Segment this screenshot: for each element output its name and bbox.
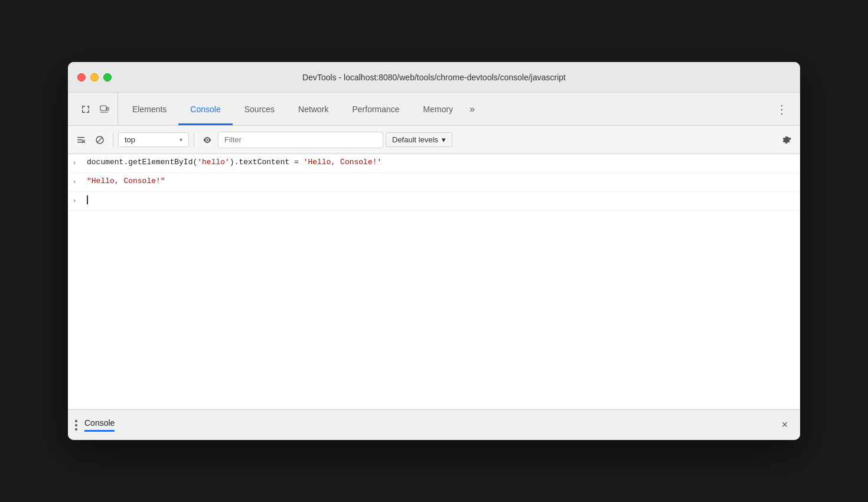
maximize-button[interactable] [103, 73, 112, 82]
levels-selector[interactable]: Default levels ▾ [386, 132, 452, 147]
svg-rect-0 [100, 106, 106, 110]
toolbar-divider-2 [194, 133, 194, 147]
console-output[interactable]: › document.getElementById('hello').textC… [68, 154, 800, 409]
window-title: DevTools - localhost:8080/web/tools/chro… [302, 73, 566, 82]
more-tabs-button[interactable]: » [465, 93, 479, 125]
inspect-icon[interactable] [77, 101, 94, 118]
toolbar-divider-1 [113, 133, 113, 147]
eye-button[interactable] [199, 132, 216, 148]
tab-performance[interactable]: Performance [340, 93, 411, 125]
tab-sources[interactable]: Sources [233, 93, 286, 125]
tab-bar-spacer [479, 93, 769, 125]
console-line-input: › document.getElementById('hello').textC… [68, 154, 800, 173]
console-line-output: ‹ "Hello, Console!" [68, 173, 800, 192]
console-toolbar: top ▾ Default levels ▾ [68, 126, 800, 154]
bottom-close-button[interactable]: × [776, 417, 793, 433]
context-arrow: ▾ [180, 136, 182, 143]
bottom-console-tab[interactable]: Console [84, 418, 115, 432]
minimize-button[interactable] [90, 73, 99, 82]
svg-rect-1 [107, 107, 109, 110]
text-cursor [87, 195, 88, 204]
filter-input[interactable] [218, 132, 383, 148]
tab-elements[interactable]: Elements [120, 93, 178, 125]
bottom-menu-dots[interactable] [75, 420, 77, 431]
console-content-output: "Hello, Console!" [84, 175, 795, 187]
svg-line-9 [97, 138, 102, 142]
traffic-lights [77, 73, 112, 82]
close-button[interactable] [77, 73, 86, 82]
context-selector[interactable]: top ▾ [118, 132, 189, 147]
bottom-bar: Console × [68, 409, 800, 440]
title-bar: DevTools - localhost:8080/web/tools/chro… [68, 62, 800, 93]
svg-rect-4 [77, 139, 82, 141]
devtools-window: DevTools - localhost:8080/web/tools/chro… [68, 62, 800, 440]
console-cursor [84, 194, 795, 206]
output-arrow: ‹ [73, 175, 84, 187]
tab-console[interactable]: Console [178, 93, 232, 125]
tab-network[interactable]: Network [286, 93, 340, 125]
stop-recording-button[interactable] [92, 132, 108, 148]
input-arrow: › [73, 157, 84, 168]
device-icon[interactable] [96, 101, 113, 118]
clear-console-button[interactable] [73, 132, 89, 148]
svg-rect-3 [77, 137, 84, 138]
console-content-input: document.getElementById('hello').textCon… [84, 157, 795, 168]
console-input-line[interactable]: › [68, 192, 800, 211]
cursor-arrow: › [73, 194, 84, 206]
settings-button[interactable] [779, 132, 795, 148]
svg-point-10 [207, 139, 208, 141]
devtools-icons [73, 93, 118, 125]
tab-memory[interactable]: Memory [412, 93, 465, 125]
devtools-menu-button[interactable]: ⋮ [769, 93, 795, 125]
tab-bar: Elements Console Sources Network Perform… [68, 93, 800, 126]
